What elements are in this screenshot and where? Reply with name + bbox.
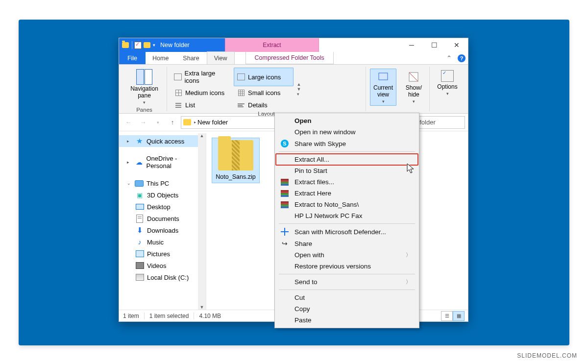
sidebar-pictures[interactable]: Pictures (119, 248, 206, 260)
view-details-button[interactable]: ☰ (441, 312, 452, 320)
layout-list[interactable]: List (171, 99, 231, 111)
close-button[interactable]: ✕ (445, 38, 468, 52)
qat-customize-icon[interactable]: ▾ (153, 43, 155, 48)
ctx-cut[interactable]: Cut (276, 292, 418, 303)
status-size: 4.10 MB (199, 313, 221, 319)
ctx-open-new-window[interactable]: Open in new window (276, 126, 418, 138)
zip-folder-icon (218, 140, 253, 170)
winrar-icon (281, 201, 289, 208)
page-background: ▾ New folder Extract ─ ☐ ✕ File Home Sha… (19, 20, 569, 345)
show-hide-button[interactable]: Show/ hide▾ (402, 69, 425, 106)
nav-back-button[interactable]: ← (122, 116, 135, 129)
winrar-icon (281, 179, 289, 186)
ribbon-group-panes: Navigation pane ▾ Panes (122, 67, 167, 111)
ctx-share-skype[interactable]: SShare with Skype (276, 138, 418, 149)
layout-extra-large-icons[interactable]: Extra large icons (171, 68, 231, 86)
tab-home[interactable]: Home (146, 52, 176, 64)
view-icons-button[interactable]: ▦ (453, 312, 464, 320)
sidebar-scrollbar[interactable]: ▲▼ (198, 133, 206, 310)
ctx-scan-defender[interactable]: Scan with Microsoft Defender... (276, 226, 418, 238)
ctx-extract-here[interactable]: Extract Here (276, 188, 418, 199)
context-menu: Open Open in new window SShare with Skyp… (274, 113, 419, 328)
ctx-copy[interactable]: Copy (276, 303, 418, 315)
ctx-open-with[interactable]: Open with〉 (276, 249, 418, 261)
defender-icon (281, 228, 289, 236)
winrar-icon (281, 190, 289, 197)
ribbon-group-layout: Extra large icons Large icons Medium ico… (167, 67, 366, 111)
title-bar: ▾ New folder Extract ─ ☐ ✕ (119, 38, 468, 52)
qat-properties-icon[interactable] (135, 42, 141, 49)
sidebar-3d-objects[interactable]: ▣3D Objects (119, 189, 206, 201)
current-view-button[interactable]: Current view▾ (370, 69, 396, 106)
layout-scroll[interactable]: ▲▼▾ (295, 68, 302, 111)
ctx-share[interactable]: ↪Share (276, 238, 418, 249)
navigation-sidebar[interactable]: ▸★Quick access ▸☁OneDrive - Personal ⌄Th… (119, 133, 206, 310)
ctx-send-to[interactable]: Send to〉 (276, 276, 418, 288)
layout-details[interactable]: Details (234, 99, 294, 111)
help-button[interactable]: ? (455, 52, 468, 64)
ctx-paste[interactable]: Paste (276, 315, 418, 326)
ribbon-collapse-icon[interactable]: ⌃ (442, 52, 455, 64)
sidebar-local-disk[interactable]: Local Disk (C:) (119, 271, 206, 283)
skype-icon: S (281, 140, 289, 147)
quick-access-toolbar: ▾ (132, 41, 155, 49)
contextual-tab-extract[interactable]: Extract (225, 38, 319, 52)
tab-file[interactable]: File (119, 52, 146, 64)
nav-up-button[interactable]: ↑ (166, 116, 179, 129)
contextual-tab-area: Extract (225, 38, 319, 52)
ribbon-tabs: File Home Share View Compressed Folder T… (119, 52, 468, 65)
maximize-button[interactable]: ☐ (423, 38, 445, 52)
ctx-extract-files[interactable]: Extract files... (276, 176, 418, 188)
ribbon-view: Navigation pane ▾ Panes Extra large icon… (119, 65, 468, 114)
title-bar-left: ▾ New folder (119, 38, 225, 52)
ctx-pin-start[interactable]: Pin to Start (276, 165, 418, 176)
nav-recent-button[interactable]: ▾ (151, 116, 164, 129)
ribbon-group-options: Options▾ (430, 67, 465, 111)
sidebar-quick-access[interactable]: ▸★Quick access (119, 135, 206, 147)
address-crumb-new-folder[interactable]: ▸New folder (194, 119, 228, 126)
ctx-extract-all[interactable]: Extract All... (276, 154, 418, 165)
watermark: SLIDEMODEL.COM (517, 352, 577, 359)
layout-large-icons[interactable]: Large icons (234, 68, 294, 86)
tab-view[interactable]: View (207, 51, 235, 64)
sidebar-this-pc[interactable]: ⌄This PC (119, 177, 206, 189)
ribbon-group-view-options: Current view▾ Show/ hide▾ (366, 67, 430, 111)
sidebar-desktop[interactable]: Desktop (119, 201, 206, 213)
sidebar-documents[interactable]: Documents (119, 213, 206, 224)
ctx-hp-fax[interactable]: HP LJ Network PC Fax (276, 210, 418, 221)
address-folder-icon (183, 119, 191, 125)
ctx-extract-to[interactable]: Extract to Noto_Sans\ (276, 199, 418, 210)
ctx-open[interactable]: Open (276, 115, 418, 126)
layout-small-icons[interactable]: Small icons (234, 87, 294, 98)
share-icon: ↪ (280, 240, 290, 247)
status-item-count: 1 item (123, 313, 145, 319)
tab-share[interactable]: Share (176, 52, 206, 64)
sidebar-downloads[interactable]: ⬇Downloads (119, 224, 206, 236)
window-controls: ─ ☐ ✕ (319, 38, 468, 52)
folder-icon (122, 42, 129, 48)
sidebar-onedrive[interactable]: ▸☁OneDrive - Personal (119, 153, 206, 171)
window-title: New folder (160, 42, 190, 49)
navigation-pane-button[interactable]: Navigation pane ▾ (126, 68, 163, 107)
file-noto-sans-zip[interactable]: Noto_Sans.zip (212, 138, 259, 183)
mouse-cursor-icon (407, 163, 416, 176)
minimize-button[interactable]: ─ (400, 38, 423, 52)
sidebar-videos[interactable]: Videos (119, 260, 206, 271)
sidebar-music[interactable]: ♪Music (119, 236, 206, 248)
options-button[interactable]: Options▾ (434, 68, 461, 98)
svg-rect-0 (379, 73, 388, 80)
nav-forward-button[interactable]: → (137, 116, 149, 129)
view-mode-toggle: ☰ ▦ (441, 312, 464, 320)
tab-compressed-folder-tools[interactable]: Compressed Folder Tools (245, 52, 334, 64)
qat-new-folder-icon[interactable] (144, 42, 150, 48)
layout-medium-icons[interactable]: Medium icons (171, 87, 231, 98)
status-selected: 1 item selected (149, 313, 195, 319)
ctx-restore[interactable]: Restore previous versions (276, 261, 418, 272)
